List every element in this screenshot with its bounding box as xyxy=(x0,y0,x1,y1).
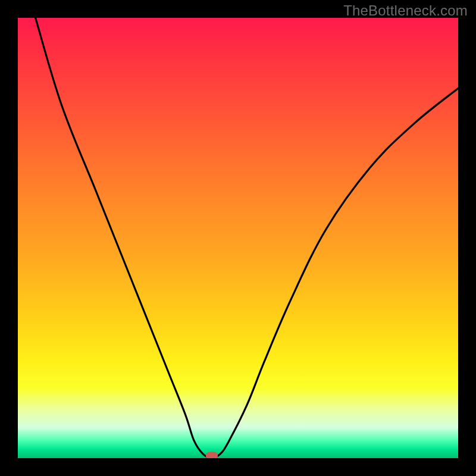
chart-frame: TheBottleneck.com xyxy=(0,0,476,476)
plot-area xyxy=(18,18,458,458)
optimal-point-marker xyxy=(206,452,218,459)
watermark-text: TheBottleneck.com xyxy=(343,2,468,19)
bottleneck-curve-svg xyxy=(18,18,458,458)
bottleneck-curve xyxy=(36,18,458,458)
